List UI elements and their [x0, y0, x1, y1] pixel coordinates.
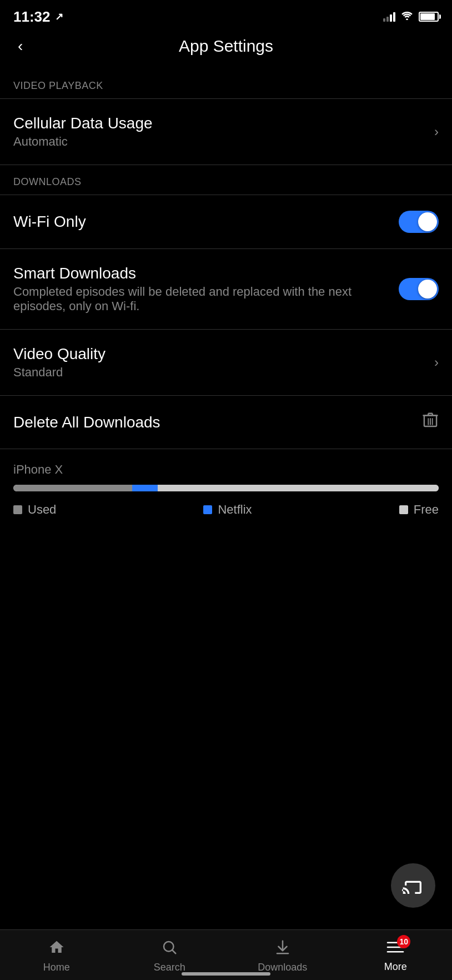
- delete-all-title: Delete All Downloads: [13, 414, 422, 431]
- home-indicator: [182, 972, 270, 976]
- nav-item-home[interactable]: Home: [0, 930, 113, 980]
- more-label: More: [384, 961, 407, 973]
- smart-downloads-subtitle: Completed episodes will be deleted and r…: [13, 285, 390, 314]
- storage-used-bar: [13, 485, 132, 491]
- app-header: ‹ App Settings: [0, 30, 452, 69]
- used-label: Used: [28, 503, 56, 517]
- storage-section: iPhone X Used Netflix Free: [0, 449, 452, 528]
- legend-used: Used: [13, 503, 56, 517]
- status-time: 11:32 ↗: [13, 8, 63, 26]
- used-dot: [13, 505, 22, 514]
- page-title: App Settings: [179, 37, 273, 56]
- svg-line-10: [173, 951, 176, 954]
- battery-icon: [419, 12, 439, 22]
- back-button[interactable]: ‹: [13, 35, 27, 57]
- nav-item-more[interactable]: 10 More: [339, 930, 453, 980]
- trash-icon: [422, 411, 439, 433]
- section-downloads: DOWNLOADS: [0, 165, 452, 195]
- wifi-only-row[interactable]: Wi-Fi Only: [0, 195, 452, 248]
- section-video-playback: VIDEO PLAYBACK: [0, 69, 452, 98]
- location-icon: ↗: [55, 11, 63, 23]
- storage-device-label: iPhone X: [13, 462, 439, 477]
- wifi-icon: [401, 11, 413, 22]
- storage-free-bar: [158, 485, 439, 491]
- home-label: Home: [43, 962, 70, 973]
- smart-downloads-toggle[interactable]: [399, 278, 439, 300]
- smart-downloads-row[interactable]: Smart Downloads Completed episodes will …: [0, 249, 452, 329]
- signal-bars: [383, 12, 395, 22]
- netflix-label: Netflix: [218, 503, 252, 517]
- search-icon: [161, 941, 178, 959]
- downloads-icon: [274, 941, 291, 959]
- wifi-only-title: Wi-Fi Only: [13, 213, 399, 231]
- video-quality-subtitle: Standard: [13, 365, 428, 380]
- cast-button[interactable]: [391, 863, 435, 908]
- netflix-dot: [203, 505, 212, 514]
- legend-free: Free: [399, 503, 439, 517]
- free-dot: [399, 505, 408, 514]
- cellular-data-subtitle: Automatic: [13, 135, 428, 149]
- downloads-label: Downloads: [258, 962, 307, 973]
- cellular-data-row[interactable]: Cellular Data Usage Automatic ›: [0, 99, 452, 165]
- video-quality-title: Video Quality: [13, 345, 428, 363]
- search-label: Search: [154, 962, 185, 973]
- storage-legend: Used Netflix Free: [13, 503, 439, 517]
- status-icons: [383, 11, 439, 22]
- cellular-data-title: Cellular Data Usage: [13, 115, 428, 132]
- video-quality-row[interactable]: Video Quality Standard ›: [0, 330, 452, 395]
- wifi-only-toggle[interactable]: [399, 211, 439, 233]
- storage-netflix-bar: [132, 485, 158, 491]
- delete-all-downloads-row[interactable]: Delete All Downloads: [0, 396, 452, 449]
- chevron-right-icon: ›: [434, 355, 439, 370]
- free-label: Free: [414, 503, 439, 517]
- status-bar: 11:32 ↗: [0, 0, 452, 30]
- storage-bar: [13, 485, 439, 491]
- smart-downloads-title: Smart Downloads: [13, 265, 390, 282]
- more-badge: 10: [397, 935, 410, 948]
- home-icon: [48, 941, 66, 959]
- legend-netflix: Netflix: [203, 503, 252, 517]
- svg-point-0: [406, 18, 408, 20]
- chevron-right-icon: ›: [434, 124, 439, 140]
